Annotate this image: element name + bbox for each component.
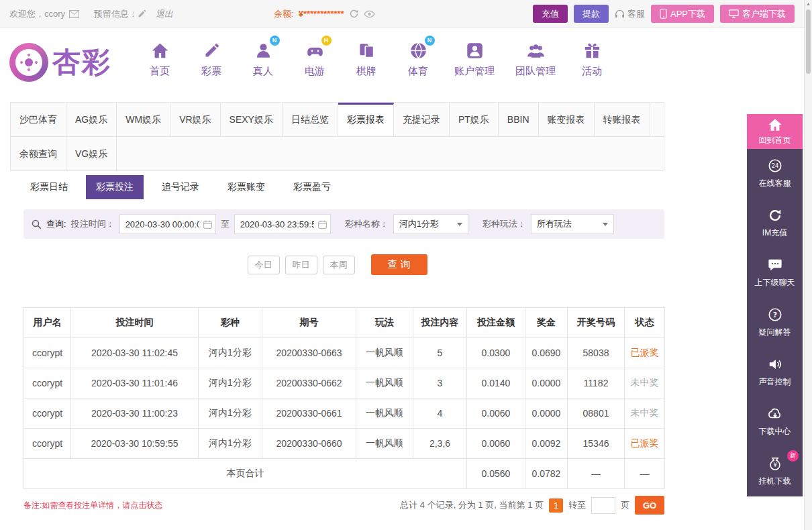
- speaker-icon: [768, 357, 782, 372]
- cell-status-link[interactable]: 已派奖: [625, 429, 665, 459]
- bet-time-from-input[interactable]: [119, 214, 216, 234]
- tab-row-2: 余额查询 VG娱乐: [11, 137, 664, 170]
- tab-deposit-withdraw-records[interactable]: 充提记录: [394, 103, 450, 136]
- sidebar-item-online-service[interactable]: 24 在线客服: [747, 149, 803, 199]
- cell-prize: 0.0092: [525, 429, 568, 459]
- nav-item-team-management[interactable]: 团队管理: [515, 40, 556, 78]
- table-row: ccorypt 2020-03-30 10:59:55 河内1分彩 202003…: [24, 429, 665, 459]
- cell-draw-number: 15346: [568, 429, 625, 459]
- sidebar-item-back-home[interactable]: 回到首页: [747, 114, 803, 149]
- sidebar-item-im-recharge[interactable]: IM充值: [747, 199, 803, 248]
- withdraw-button[interactable]: 提款: [574, 5, 609, 23]
- subtab-lottery-daily[interactable]: 彩票日结: [20, 175, 78, 199]
- scroll-up-icon[interactable]: ▲: [805, 1, 812, 6]
- team-icon: [527, 42, 545, 60]
- bet-time-to-input[interactable]: [234, 214, 331, 234]
- tab-vg[interactable]: VG娱乐: [66, 137, 117, 170]
- client-download-label: 客户端下载: [742, 8, 786, 20]
- cell-bet-time: 2020-03-30 11:02:45: [71, 338, 199, 368]
- nav-item-account-management[interactable]: 账户管理: [454, 40, 495, 78]
- calendar-icon[interactable]: [203, 220, 212, 229]
- summary-dash: —: [625, 459, 665, 489]
- calendar-icon[interactable]: [318, 220, 327, 229]
- col-bet-time: 投注时间: [71, 308, 199, 338]
- table-row: ccorypt 2020-03-30 11:02:45 河内1分彩 202003…: [24, 338, 665, 368]
- cell-status-link[interactable]: 未中奖: [625, 368, 665, 399]
- cell-draw-number: 58038: [568, 338, 625, 368]
- new-badge: N: [425, 36, 435, 46]
- tab-saba-sports[interactable]: 沙巴体育: [11, 103, 66, 136]
- show-balance-eye-icon[interactable]: [364, 10, 375, 18]
- phone-icon: [660, 9, 667, 19]
- cell-status-link[interactable]: 已派奖: [625, 338, 665, 368]
- gamepad-icon: [306, 42, 324, 60]
- logout-link[interactable]: 退出: [156, 8, 173, 20]
- tab-bbin[interactable]: BBIN: [499, 103, 539, 136]
- goto-page-input[interactable]: [591, 497, 615, 514]
- tab-pt[interactable]: PT娱乐: [450, 103, 499, 136]
- go-button[interactable]: GO: [635, 496, 664, 515]
- new-badge: 新: [787, 450, 799, 462]
- tab-sexy[interactable]: SEXY娱乐: [221, 103, 283, 136]
- yesterday-button[interactable]: 昨日: [285, 256, 317, 274]
- tab-ag[interactable]: AG娱乐: [66, 103, 117, 136]
- tab-balance-query[interactable]: 余额查询: [11, 137, 66, 170]
- sidebar-item-download-center[interactable]: 下载中心: [747, 397, 803, 447]
- subtab-lottery-bets[interactable]: 彩票投注: [86, 175, 144, 199]
- tab-account-change-report[interactable]: 账变报表: [539, 103, 595, 136]
- tab-wm[interactable]: WM娱乐: [117, 103, 170, 136]
- deposit-button[interactable]: 充值: [533, 5, 568, 23]
- refresh-balance-icon[interactable]: [349, 9, 359, 19]
- tab-transfer-report[interactable]: 转账报表: [595, 103, 650, 136]
- this-week-button[interactable]: 本周: [323, 256, 355, 274]
- balance-value: ¥************: [299, 9, 344, 19]
- brand-logo[interactable]: 杏彩: [9, 43, 111, 82]
- client-download-button[interactable]: 客户端下载: [720, 5, 795, 23]
- envelope-icon[interactable]: [69, 10, 79, 18]
- nav-item-live[interactable]: N 真人: [248, 40, 278, 78]
- header: 杏彩 首页 彩票 N 真人 H 电游 棋牌: [0, 28, 804, 99]
- edit-pencil-icon[interactable]: [138, 9, 146, 18]
- nav-item-activities[interactable]: 活动: [576, 40, 607, 78]
- nav-item-egames[interactable]: H 电游: [299, 40, 330, 78]
- cell-status-link[interactable]: 未中奖: [625, 399, 665, 429]
- brand-logo-icon: [9, 43, 48, 82]
- quick-actions: 今日 昨日 本周 查 询: [10, 254, 664, 275]
- customer-service-link[interactable]: 客服: [615, 8, 645, 20]
- cell-issue: 20200330-0661: [262, 399, 356, 429]
- subtab-lottery-profit[interactable]: 彩票盈亏: [283, 175, 341, 199]
- col-prize: 奖金: [525, 308, 568, 338]
- lottery-name-select[interactable]: 河内1分彩: [393, 214, 468, 234]
- today-button[interactable]: 今日: [248, 256, 280, 274]
- nav-item-home[interactable]: 首页: [144, 40, 175, 78]
- tab-daily-summary[interactable]: 日结总览: [283, 103, 338, 136]
- home-icon: [151, 42, 169, 60]
- cell-issue: 20200330-0663: [262, 338, 356, 368]
- subtab-chase-records[interactable]: 追号记录: [152, 175, 209, 199]
- cell-bet-content: 2,3,6: [413, 429, 467, 459]
- current-page-badge[interactable]: 1: [549, 498, 563, 513]
- col-username: 用户名: [24, 308, 71, 338]
- page-unit-label: 页: [621, 499, 629, 511]
- sidebar-item-hangup-download[interactable]: 新 ¥ 挂机下载: [747, 447, 803, 496]
- scrollbar-thumb[interactable]: [806, 9, 811, 74]
- col-status: 状态: [625, 308, 665, 338]
- sidebar-item-chat[interactable]: 上下级聊天: [747, 248, 803, 298]
- nav-item-sports[interactable]: N 体育: [403, 40, 434, 78]
- subtab-lottery-account-change[interactable]: 彩票账变: [217, 175, 275, 199]
- scrollbar[interactable]: ▲: [804, 0, 812, 530]
- tab-vr[interactable]: VR娱乐: [170, 103, 220, 136]
- cell-username: ccorypt: [24, 368, 71, 399]
- nav-item-boardgames[interactable]: 棋牌: [351, 40, 382, 78]
- tab-lottery-report[interactable]: 彩票报表: [338, 103, 394, 136]
- pagination-summary: 总计 4 个记录, 分为 1 页, 当前第 1 页: [400, 499, 544, 511]
- money-bag-icon: ¥: [768, 456, 782, 471]
- query-button[interactable]: 查 询: [371, 254, 427, 275]
- bet-time-label: 投注时间：: [71, 218, 115, 230]
- sidebar-item-faq[interactable]: ? 疑问解答: [747, 298, 803, 348]
- sidebar-item-sound-control[interactable]: 声音控制: [747, 348, 803, 397]
- cell-bet-content: 3: [413, 368, 467, 399]
- nav-item-lottery[interactable]: 彩票: [196, 40, 227, 78]
- app-download-button[interactable]: APP下载: [651, 5, 714, 23]
- play-type-select[interactable]: 所有玩法: [531, 214, 614, 234]
